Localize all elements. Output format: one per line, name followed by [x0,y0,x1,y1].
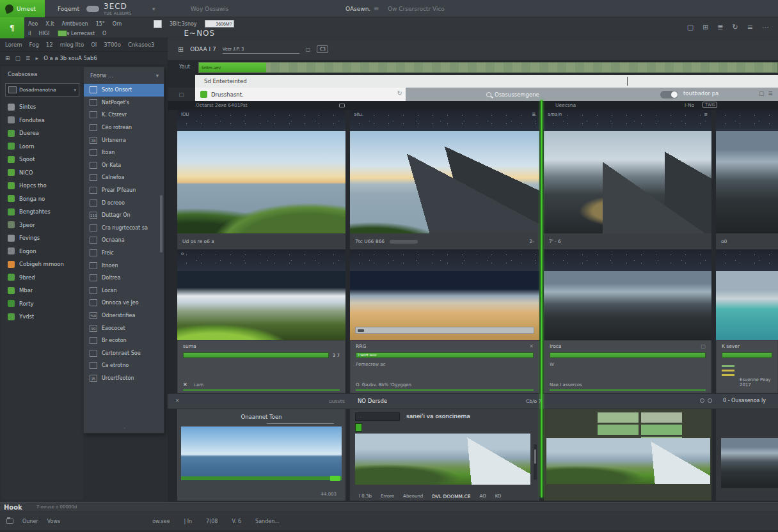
box-icon[interactable]: ▢ [306,47,311,52]
sidebar-item[interactable]: Fevings [1,231,83,245]
sidebar-item[interactable]: NICO [1,166,83,180]
filter-toggle[interactable] [660,91,678,98]
app-menu-button[interactable]: Umeet [0,0,45,17]
refresh-icon[interactable]: ↻ [397,90,402,97]
sidebar-item[interactable]: Bonga no [1,192,83,206]
thumbnail-tile[interactable]: aêu. ≣ 7tc U66 866 2- [350,110,539,249]
menu-item[interactable]: Ocnaana [84,234,164,247]
menubar-item[interactable]: mlog IIto [60,42,84,48]
sidebar-item[interactable]: Bengtahtes [1,205,83,219]
menu-item[interactable]: K. Ctsrevr [84,109,164,121]
box-icon[interactable]: ▢ [701,343,706,351]
close-icon[interactable]: ✕ [175,398,179,403]
sidebar-item[interactable]: Mbar [1,284,83,297]
close-icon[interactable]: ✕ [183,382,187,387]
menu-item[interactable]: Itnoen [84,259,164,272]
export-panel[interactable]: Onaannet Toen 44.003 [177,409,345,501]
toolbar-item[interactable]: X.it [45,21,54,27]
sidebar-item[interactable]: 9bred [1,271,83,285]
toolbar-item[interactable]: il [28,31,31,36]
thumbnail-tile[interactable]: IOU Ud os re o6 a [177,110,345,249]
box-icon[interactable]: ▢ [168,88,195,101]
address-bar[interactable]: Sd Enterteinted [195,75,778,88]
thumbnail-tile[interactable]: ama/n ≡ 7' · 6 [544,110,711,249]
menu-item[interactable]: Cra nugrtecoat sa [84,222,164,235]
sidebar-item[interactable]: Loorn [1,140,83,153]
menubar-item[interactable]: 12 [46,42,53,48]
sidebar-item[interactable]: Rorty [1,297,83,311]
thumbnail-tile[interactable] [716,249,778,340]
palette-panel[interactable] [544,409,711,501]
thumbnail-tile[interactable] [544,249,711,340]
rename-input[interactable] [355,412,400,421]
toolbar-value-input[interactable] [205,20,234,27]
footer-owner[interactable]: Ouner [22,519,38,524]
list-icon[interactable]: ≣ [26,55,31,61]
sidebar-item[interactable]: Sqoot [1,153,83,166]
search-input[interactable]: Osasussemgene [486,91,539,98]
sidebar-item[interactable]: Duerea [1,127,83,140]
view-chip[interactable]: C3 [317,45,328,53]
sidebar-item[interactable]: Eogon [1,245,83,258]
menu-item[interactable]: 90 Eaococet [84,322,164,334]
list-icon[interactable]: ≣ [768,90,773,97]
inline-scrubber[interactable] [355,327,534,334]
sidebar-item[interactable]: Hopcs tho [1,179,83,192]
grid-icon[interactable]: ⊞ [5,55,10,61]
menu-item[interactable]: JA Urcertfeoton [84,372,164,385]
menu-item[interactable]: Prear P'feaun [84,184,164,197]
menu-item[interactable]: 110 Duttagr On [84,209,164,222]
timeline-bar[interactable]: Srttm.am/ [198,62,778,73]
panel-scrollbar[interactable] [534,444,537,480]
titlebar-menu-item[interactable]: Foqemt [58,0,79,17]
more-icon[interactable]: ⋯ [762,23,769,31]
menubar-item[interactable]: Lorem [5,42,22,48]
menu-item[interactable]: Calnefoa [84,171,164,184]
menubar-item[interactable]: Cnkasoe3 [128,42,155,48]
grid-icon[interactable]: ⊞ [703,23,708,31]
sidebar-item[interactable]: Cobigeh mmoon [1,258,83,271]
sidebar-item[interactable]: Yvdst [1,310,83,324]
detail-panel[interactable]: sanei'i va osoncinema I 0,3b Errore Abeo… [350,409,539,501]
grid-icon[interactable]: ⊞ [178,45,184,54]
swatch-icon[interactable] [154,20,162,28]
footer-views[interactable]: Vows [47,519,60,524]
menubar-item[interactable]: OI [91,42,97,48]
titlebar-right-item[interactable]: OAsewn. [345,0,370,17]
path-field[interactable]: Drusshasnt. ↻ [195,88,406,101]
thumbnail-tile[interactable]: o0 [716,110,778,249]
list-icon[interactable]: ≣ [717,23,723,31]
menu-item[interactable]: Doltrea [84,272,164,285]
box-icon[interactable]: ▢ [759,90,765,97]
sidebar-item[interactable]: 3peor [1,219,83,232]
toolbar-item[interactable]: Aeo [28,21,38,27]
menu-item[interactable]: Onnoca ve Jeo [84,297,164,309]
chevron-down-icon[interactable]: ▾ [156,67,159,84]
menu-item[interactable]: %0 Odnerstrifiea [84,309,164,322]
menubar-item[interactable]: Fog [29,42,39,48]
toolbar-item[interactable]: HIGI [38,31,49,36]
thumbnail-tile[interactable] [350,249,539,340]
app-tile-button[interactable]: ¶ [0,17,24,38]
menu-item[interactable]: Certonraet Soe [84,347,164,359]
flyout-scrollbar[interactable] [160,195,163,253]
menu-item[interactable]: Or Kata [84,159,164,172]
sidebar-item[interactable]: Fondutea [1,114,83,127]
menu-item[interactable]: Locan [84,285,164,297]
filter-input[interactable] [223,45,299,54]
album-combobox[interactable]: Dosadrnanotna ▾ [5,83,79,97]
green-chip-icon[interactable] [58,30,67,36]
menu-icon[interactable]: ≡ [747,23,753,31]
progress-handle[interactable] [330,476,340,481]
menu-item[interactable]: D ocreoo [84,196,164,209]
tri-icon[interactable]: ▸ [36,55,39,61]
menu-item[interactable]: Soto Onsort [84,84,164,97]
thumbnail-tile[interactable]: o [177,249,345,340]
menu-item[interactable]: Freic [84,247,164,260]
hamburger-icon[interactable]: ≡ [374,0,379,17]
frame-icon[interactable]: ▢ [687,23,694,31]
sync-icon[interactable]: ↻ [733,23,738,31]
menubar-item[interactable]: 3T00o [104,42,121,48]
toolbar-item[interactable]: 15° [96,21,105,27]
menu-item[interactable]: Ca etrotno [84,359,164,372]
